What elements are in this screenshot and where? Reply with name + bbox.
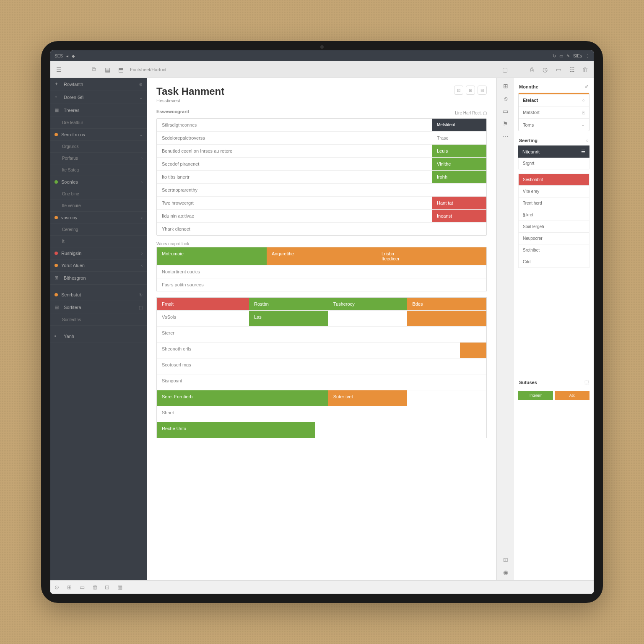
table-row[interactable]: Sisngoynt	[157, 374, 486, 390]
list-icon[interactable]: ☷	[568, 65, 576, 74]
action-2[interactable]: ⊞	[466, 86, 475, 95]
trash-icon[interactable]: 🗑	[581, 65, 589, 74]
sidebar-item-5[interactable]: Orgrurds	[50, 141, 147, 153]
sidebar-item-0[interactable]: ✦Rowtanth⚙	[50, 78, 147, 91]
table-row[interactable]: Secodof piranenetVinithe	[157, 158, 486, 171]
sidebar-item-12[interactable]: Cerering	[50, 224, 147, 236]
rail-doc-icon[interactable]: ▭	[502, 107, 509, 115]
table-row[interactable]: VaSoisLas	[157, 310, 486, 326]
sidebar-item-20[interactable]: Sontedths	[50, 314, 147, 326]
rp-card-row-1[interactable]: Matstort⎘	[519, 106, 589, 119]
copy-icon[interactable]: ⧉	[90, 65, 98, 74]
cell	[407, 406, 486, 422]
rp-list-row-0[interactable]: Seshoribrit	[519, 174, 589, 186]
table-row[interactable]: Reche Unfo	[157, 422, 486, 438]
rp-menu-icon[interactable]: ☰	[581, 149, 585, 154]
sidebar-item-16[interactable]: ⊞Bithesgron	[50, 272, 147, 285]
rp-card-row-0[interactable]: Etelact○	[519, 93, 589, 106]
table-row[interactable]: Fasrs potitn saurees	[157, 278, 486, 291]
table-row[interactable]: Iidu nin ao:tlvaeIneanst	[157, 210, 486, 223]
sidebar-item-19[interactable]: ▤Sorfitera⬚	[50, 301, 147, 314]
action-3[interactable]: ⊟	[478, 86, 487, 95]
rp-radio-icon[interactable]: ○	[586, 138, 589, 143]
cal-icon: ▦	[55, 107, 60, 113]
rail-link-icon[interactable]: ⎋	[502, 95, 509, 102]
back-icon[interactable]: ◂	[66, 54, 68, 58]
table-row[interactable]: Sterer	[157, 326, 486, 342]
sidebar-item-2[interactable]: ▦Treeres	[50, 104, 147, 117]
rp-dark-row[interactable]: Niteanrit☰	[518, 145, 589, 158]
table-row[interactable]: ScdolorepalctroverssTrase	[157, 132, 486, 145]
status-left: SES	[55, 54, 63, 58]
archive-icon[interactable]: ▭	[554, 65, 563, 74]
rp-plain-row[interactable]: Srgnrt	[518, 158, 589, 169]
menu-icon[interactable]: ☰	[55, 65, 63, 74]
sidebar-item-13[interactable]: It	[50, 236, 147, 247]
action-1[interactable]: ⊡	[454, 86, 463, 95]
table-row[interactable]: Twe hroweergrtHant tat	[157, 197, 486, 210]
t1-head-2: Metstiterit	[432, 119, 486, 131]
bb-headphones-icon[interactable]: ⊙	[55, 584, 61, 591]
cell: Seertnoprarenthy	[157, 184, 432, 196]
rp-list-row-6[interactable]: Srethibet	[519, 244, 589, 256]
rp-foot-label: Sutuses	[519, 380, 537, 385]
edit-icon[interactable]: ✎	[566, 54, 570, 58]
table-row[interactable]: Scotoserl mgs	[157, 358, 486, 374]
sidebar-item-9[interactable]: One bine	[50, 188, 147, 200]
sidebar-item-8[interactable]: Soonles›	[50, 176, 147, 188]
chev-icon: ⌄	[581, 122, 585, 127]
bb-cal-icon[interactable]: ▦	[117, 584, 124, 591]
table-row[interactable]: Benutied ceenl on Inrses au retereLeuls	[157, 145, 486, 158]
rp-foot-chip[interactable]: Intererr	[518, 391, 553, 400]
rail-settings-icon[interactable]: ⊡	[502, 556, 509, 564]
rp-list-row-4[interactable]: Soal lergeh	[519, 221, 589, 233]
clock-icon[interactable]: ◷	[541, 65, 549, 74]
rp-card-row-2[interactable]: Toms⌄	[519, 119, 589, 131]
rp-foot-chip[interactable]: Ab:	[555, 391, 589, 400]
bb-grid-icon[interactable]: ⊞	[67, 584, 74, 591]
table-row[interactable]: Ito tibs isnertrIrohh	[157, 171, 486, 184]
sidebar-item-6[interactable]: Porfarus›	[50, 153, 147, 164]
sidebar-item-14[interactable]: Rushigsin›	[50, 247, 147, 260]
bb-trash-icon[interactable]: 🗑	[92, 584, 99, 591]
rp-list-row-1[interactable]: Vite erey	[519, 186, 589, 197]
chevron-icon: ›	[141, 216, 143, 220]
rail-flag-icon[interactable]: ⚑	[502, 120, 509, 127]
more-icon[interactable]: ⋮	[585, 54, 589, 58]
table-row[interactable]: Yhark dieneet	[157, 223, 486, 235]
tag-icon[interactable]: ⬒	[117, 65, 125, 74]
rp-list-row-5[interactable]: Neupocrer	[519, 233, 589, 244]
sidebar-item-4[interactable]: Serrol ro ns⌄	[50, 129, 147, 141]
bb-folder-icon[interactable]: ▭	[80, 584, 86, 591]
rail-widget-icon[interactable]: ⊞	[502, 82, 509, 90]
status-table: StilrsdigtnconncsMetstiteritScdolorepalc…	[156, 118, 487, 236]
table-row[interactable]: Nontortirent cacics	[157, 265, 486, 278]
rail-help-icon[interactable]: ◉	[502, 569, 509, 576]
sidebar-item-10[interactable]: Ite venure	[50, 200, 147, 212]
note-icon[interactable]: ▢	[501, 65, 509, 74]
sidebar-item-18[interactable]: Senrbstut↻	[50, 289, 147, 301]
rp-list-row-7[interactable]: Cdrt	[519, 256, 589, 267]
table-row[interactable]: Sharrt	[157, 406, 486, 422]
sync-icon[interactable]: ↻	[553, 54, 556, 58]
meta-icon[interactable]: ▢	[483, 111, 487, 115]
sidebar-item-1[interactable]: ○Doren Gfi⌄	[50, 91, 147, 104]
cell: Las	[249, 311, 328, 326]
sidebar-item-11[interactable]: vosrony›	[50, 212, 147, 224]
table-row[interactable]: Seertnoprarenthy	[157, 184, 486, 197]
rp-list-row-2[interactable]: Trent herd	[519, 197, 589, 209]
sidebar-item-15[interactable]: Yorut Aluen‹	[50, 260, 147, 272]
table-row[interactable]: Sere. ForntierhSuter tvet	[157, 390, 486, 406]
layers-icon[interactable]: ▤	[103, 65, 112, 74]
sidebar-item-3[interactable]: Dre teatbur	[50, 117, 147, 129]
sidebar-item-22[interactable]: ▪Yanh	[50, 330, 147, 343]
table-row[interactable]: Sheonoth orils	[157, 342, 486, 358]
rp-foot-icon[interactable]: ⬚	[584, 379, 589, 385]
rp-list-row-3[interactable]: §.kret	[519, 209, 589, 221]
sidebar-item-7[interactable]: Ite Sateg	[50, 164, 147, 176]
sidebar-label: Senrbstut	[61, 292, 81, 297]
save-icon[interactable]: ⎙	[527, 65, 536, 74]
rail-more-icon[interactable]: ⋯	[502, 132, 509, 140]
rp-expand-icon[interactable]: ⤢	[585, 84, 589, 89]
bb-box-icon[interactable]: ⊡	[105, 584, 112, 591]
